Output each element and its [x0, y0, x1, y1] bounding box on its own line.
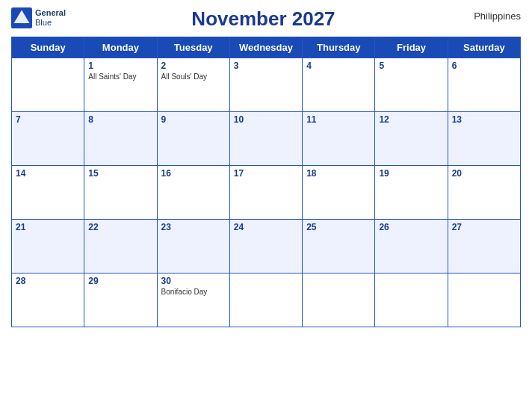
page-header: General Blue November 2027 Philippines: [11, 7, 521, 31]
calendar-day-cell: 20: [448, 166, 520, 220]
calendar-day-cell: 22: [84, 220, 157, 274]
calendar-table: Sunday Monday Tuesday Wednesday Thursday…: [11, 37, 521, 327]
calendar-day-cell: 11: [303, 112, 375, 166]
calendar-week-row: 78910111213: [12, 112, 521, 166]
calendar-day-cell: [448, 274, 520, 327]
day-number: 4: [306, 61, 371, 71]
calendar-day-cell: 29: [84, 274, 157, 327]
day-number: 22: [88, 222, 152, 232]
day-number: 9: [161, 114, 226, 125]
calendar-week-row: 21222324252627: [12, 220, 521, 274]
day-number: 12: [379, 114, 443, 125]
calendar-day-cell: 5: [375, 58, 448, 112]
day-number: 2: [161, 61, 226, 71]
calendar-day-cell: 16: [157, 166, 229, 220]
day-number: 1: [88, 61, 152, 71]
day-number: 8: [88, 114, 152, 125]
day-number: 24: [234, 222, 298, 232]
calendar-week-row: 14151617181920: [12, 166, 521, 220]
day-number: 6: [452, 61, 516, 71]
calendar-day-cell: [12, 58, 84, 112]
calendar-title: November 2027: [66, 7, 461, 31]
calendar-day-cell: 28: [12, 274, 84, 327]
calendar-day-cell: 15: [84, 166, 157, 220]
calendar-week-row: 282930Bonifacio Day: [12, 274, 521, 327]
day-number: 28: [16, 276, 80, 286]
calendar-day-cell: 26: [375, 220, 448, 274]
calendar-day-cell: 18: [303, 166, 375, 220]
logo-text: General Blue: [35, 8, 66, 28]
calendar-page: General Blue November 2027 Philippines S…: [0, 0, 532, 411]
day-number: 30: [161, 276, 226, 286]
day-number: 26: [379, 222, 443, 232]
day-number: 23: [161, 222, 226, 232]
day-number: 11: [306, 114, 371, 125]
day-number: 29: [88, 276, 152, 286]
calendar-week-row: 1All Saints' Day2All Souls' Day3456: [12, 58, 521, 112]
day-number: 14: [16, 168, 80, 179]
calendar-day-cell: [303, 274, 375, 327]
calendar-day-cell: [375, 274, 448, 327]
day-number: 15: [88, 168, 152, 179]
day-number: 25: [306, 222, 371, 232]
calendar-day-cell: 2All Souls' Day: [157, 58, 229, 112]
day-number: 5: [379, 61, 443, 71]
calendar-day-cell: 9: [157, 112, 229, 166]
header-tuesday: Tuesday: [157, 37, 229, 58]
weekday-header-row: Sunday Monday Tuesday Wednesday Thursday…: [12, 37, 521, 58]
calendar-day-cell: 10: [229, 112, 302, 166]
day-number: 18: [306, 168, 371, 179]
calendar-day-cell: 12: [375, 112, 448, 166]
day-number: 3: [234, 61, 298, 71]
calendar-day-cell: [229, 274, 302, 327]
calendar-day-cell: 30Bonifacio Day: [157, 274, 229, 327]
header-saturday: Saturday: [448, 37, 520, 58]
calendar-day-cell: 25: [303, 220, 375, 274]
day-number: 7: [16, 114, 80, 125]
day-number: 20: [452, 168, 516, 179]
calendar-day-cell: 23: [157, 220, 229, 274]
day-number: 19: [379, 168, 443, 179]
calendar-day-cell: 13: [448, 112, 520, 166]
calendar-day-cell: 21: [12, 220, 84, 274]
day-number: 27: [452, 222, 516, 232]
calendar-day-cell: 17: [229, 166, 302, 220]
header-friday: Friday: [375, 37, 448, 58]
calendar-day-cell: 6: [448, 58, 520, 112]
header-sunday: Sunday: [12, 37, 84, 58]
calendar-day-cell: 19: [375, 166, 448, 220]
calendar-day-cell: 27: [448, 220, 520, 274]
calendar-day-cell: 3: [229, 58, 302, 112]
day-event: Bonifacio Day: [161, 288, 226, 296]
day-number: 16: [161, 168, 226, 179]
header-thursday: Thursday: [303, 37, 375, 58]
header-wednesday: Wednesday: [229, 37, 302, 58]
day-number: 13: [452, 114, 516, 125]
day-number: 17: [234, 168, 298, 179]
calendar-day-cell: 14: [12, 166, 84, 220]
day-number: 10: [234, 114, 298, 125]
calendar-day-cell: 8: [84, 112, 157, 166]
logo-area: General Blue: [11, 7, 66, 28]
calendar-day-cell: 1All Saints' Day: [84, 58, 157, 112]
country-label: Philippines: [461, 7, 521, 22]
day-number: 21: [16, 222, 80, 232]
calendar-day-cell: 24: [229, 220, 302, 274]
calendar-day-cell: 4: [303, 58, 375, 112]
day-event: All Souls' Day: [161, 72, 226, 81]
generalblue-logo-icon: [11, 7, 32, 28]
day-event: All Saints' Day: [88, 72, 152, 81]
header-monday: Monday: [84, 37, 157, 58]
calendar-day-cell: 7: [12, 112, 84, 166]
